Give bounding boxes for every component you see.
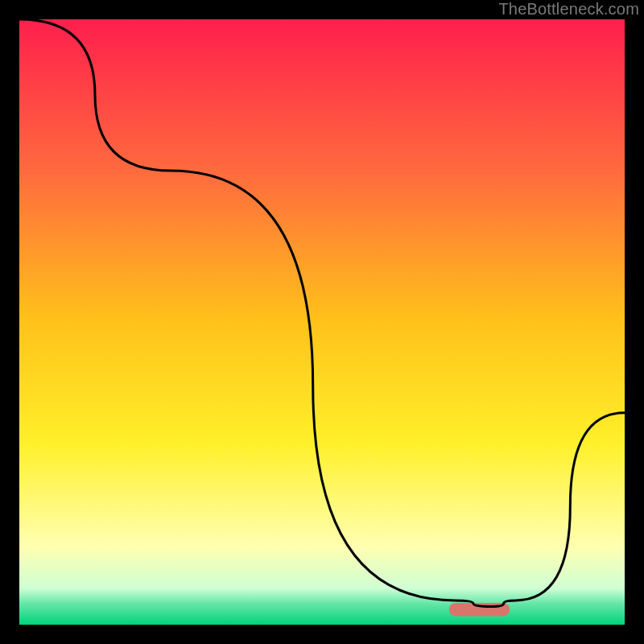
chart-frame <box>16 16 628 628</box>
bottleneck-chart <box>19 19 625 625</box>
chart-background <box>19 19 625 625</box>
